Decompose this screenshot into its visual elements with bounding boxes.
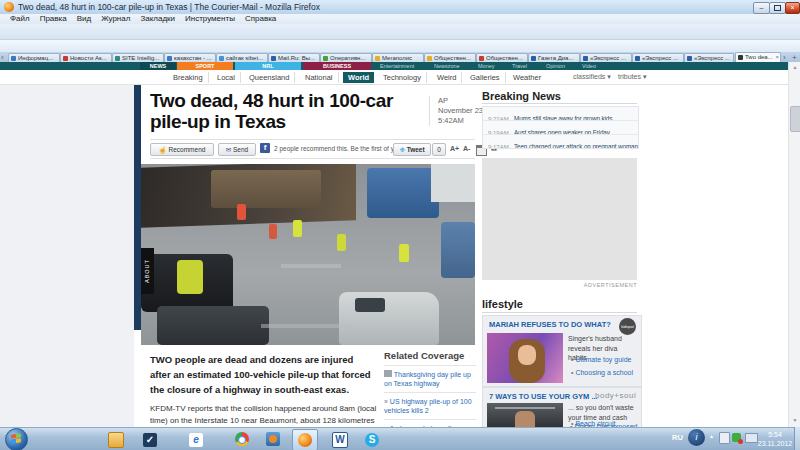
window-titlebar[interactable]: Two dead, 48 hurt in 100-car pile-up in … bbox=[0, 0, 800, 15]
article-headline: Two dead, 48 hurt in 100-car pile-up in … bbox=[150, 90, 418, 132]
window-title: Two dead, 48 hurt in 100-car pile-up in … bbox=[18, 2, 320, 12]
subnav-technology[interactable]: Technology bbox=[378, 72, 427, 83]
taskbar-internet-explorer[interactable]: e bbox=[184, 429, 208, 449]
tab-favicon bbox=[63, 56, 68, 61]
photo-responder bbox=[237, 204, 246, 220]
subnav-weird[interactable]: Weird bbox=[432, 72, 462, 83]
thumbnail-icon bbox=[384, 370, 392, 377]
tab-scroll-left-icon[interactable]: ‹ bbox=[1, 53, 4, 62]
language-indicator[interactable]: RU bbox=[672, 433, 683, 442]
photo-shape bbox=[367, 168, 439, 218]
taskbar-skype[interactable]: S bbox=[360, 429, 384, 449]
site-nav-news[interactable]: NEWS bbox=[140, 62, 176, 70]
taskbar-firefox-active[interactable] bbox=[292, 429, 318, 450]
tweet-count: 0 bbox=[432, 143, 446, 156]
site-nav-opinion[interactable]: Opinion bbox=[546, 62, 565, 70]
site-nav-nrl[interactable]: NRL bbox=[235, 62, 301, 70]
taskbar-clock[interactable]: 5:54 23.11.2012 bbox=[752, 430, 798, 448]
menu-edit[interactable]: Правка bbox=[40, 14, 67, 24]
lifestyle-card-mariah[interactable]: MARIAH REFUSES TO DO WHAT? kidspot Singe… bbox=[482, 315, 642, 387]
tab-favicon bbox=[271, 56, 276, 61]
tab-favicon bbox=[323, 56, 328, 61]
site-nav-business[interactable]: BUSINESS bbox=[303, 62, 371, 70]
tab-favicon bbox=[219, 56, 224, 61]
about-overlay-tab[interactable]: ABOUT bbox=[141, 248, 154, 294]
page-left-accent bbox=[134, 62, 141, 330]
subnav-queensland[interactable]: Queensland bbox=[244, 72, 295, 83]
site-nav-video[interactable]: Video bbox=[582, 62, 596, 70]
lifestyle-card-headline[interactable]: MARIAH REFUSES TO DO WHAT? bbox=[489, 320, 611, 329]
lifestyle-bullet-link[interactable]: • Ultimate toy guide bbox=[571, 356, 631, 363]
photo-shape bbox=[515, 411, 535, 427]
tray-clipboard-icon[interactable] bbox=[719, 432, 730, 444]
breaking-news-item[interactable]: 9:17AMTeen charged over attack on pregna… bbox=[483, 135, 638, 148]
subnav-national[interactable]: National bbox=[300, 72, 339, 83]
tab-favicon bbox=[167, 56, 172, 61]
subnav-local[interactable]: Local bbox=[212, 72, 241, 83]
scroll-up-icon[interactable]: ▲ bbox=[790, 64, 800, 70]
menu-file[interactable]: Файл bbox=[10, 14, 30, 24]
close-button[interactable]: × bbox=[785, 2, 800, 14]
related-link-3[interactable]: » Ambrose shaken after bbox=[384, 419, 476, 427]
tweet-button[interactable]: ❉ Tweet bbox=[393, 143, 431, 156]
tray-expand-icon[interactable]: ▴ bbox=[710, 432, 713, 439]
bodysoul-logo: body+soul bbox=[595, 391, 636, 400]
breaking-news-item[interactable]: 9:22AMMums still slave away for grown ki… bbox=[483, 107, 638, 121]
taskbar-word[interactable]: W bbox=[328, 429, 352, 449]
menu-view[interactable]: Вид bbox=[77, 14, 91, 24]
lifestyle-card-headline[interactable]: 7 WAYS TO USE YOUR GYM ... bbox=[489, 392, 598, 401]
site-nav-newszone[interactable]: Newszone bbox=[434, 62, 460, 70]
article-photo bbox=[141, 164, 475, 345]
subnav-world[interactable]: World bbox=[343, 72, 374, 83]
site-nav-travel[interactable]: Travel bbox=[512, 62, 527, 70]
tab-close-icon[interactable]: × bbox=[775, 54, 779, 60]
show-desktop-button[interactable] bbox=[794, 427, 800, 450]
photo-shape bbox=[211, 170, 321, 208]
related-link-2[interactable]: » US highway pile-up of 100 vehicles kil… bbox=[384, 392, 476, 419]
tributes-link[interactable]: tributes ▾ bbox=[618, 73, 646, 81]
taskbar-antivirus[interactable]: ✓ bbox=[138, 429, 162, 449]
menu-help[interactable]: Справка bbox=[245, 14, 276, 24]
site-nav-sport[interactable]: SPORT bbox=[177, 62, 233, 70]
tab-favicon bbox=[531, 56, 536, 61]
lifestyle-bullet-link[interactable]: • Choosing a school bbox=[571, 369, 633, 376]
related-link-1[interactable]: Thanksgiving day pile up on Texas highwa… bbox=[384, 365, 476, 392]
fb-send-button[interactable]: ✉ Send bbox=[218, 143, 256, 156]
site-nav-entertainment[interactable]: Entertainment bbox=[380, 62, 414, 70]
lifestyle-card-gym[interactable]: 7 WAYS TO USE YOUR GYM ... body+soul ...… bbox=[482, 387, 642, 427]
font-increase-button[interactable]: A+ bbox=[450, 145, 459, 152]
breaking-news-list: 9:22AMMums still slave away for grown ki… bbox=[482, 106, 639, 149]
tray-app-icon[interactable]: i bbox=[688, 429, 705, 446]
scrollbar-thumb[interactable] bbox=[790, 106, 800, 132]
menu-bookmarks[interactable]: Закладки bbox=[140, 14, 175, 24]
photo-shape bbox=[157, 306, 269, 345]
scroll-down-icon[interactable]: ▼ bbox=[790, 417, 800, 423]
start-button[interactable] bbox=[5, 428, 28, 450]
taskbar-explorer[interactable] bbox=[104, 429, 128, 449]
maximize-button[interactable] bbox=[769, 2, 786, 14]
gym-photo bbox=[487, 403, 563, 427]
font-decrease-button[interactable]: A- bbox=[463, 145, 470, 152]
page-scrollbar[interactable]: ▲ ▼ bbox=[788, 62, 800, 427]
related-title: Related Coverage bbox=[384, 350, 476, 361]
tray-status-icon[interactable] bbox=[732, 433, 741, 442]
classifieds-link[interactable]: classifieds ▾ bbox=[573, 73, 611, 81]
breaking-news-item[interactable]: 9:19AMAust shares open weaker on Friday bbox=[483, 121, 638, 135]
new-tab-icon[interactable]: + bbox=[792, 53, 797, 62]
tab-scroll-right-icon[interactable]: › bbox=[783, 53, 786, 62]
tab-favicon bbox=[635, 56, 640, 61]
menu-history[interactable]: Журнал bbox=[101, 14, 130, 24]
taskbar-media-player[interactable] bbox=[261, 429, 285, 449]
menu-tools[interactable]: Инструменты bbox=[185, 14, 235, 24]
clock-date: 23.11.2012 bbox=[752, 439, 798, 448]
tab-favicon bbox=[11, 56, 16, 61]
subnav-weather[interactable]: Weather bbox=[508, 72, 546, 83]
subnav-galleries[interactable]: Galleries bbox=[465, 72, 506, 83]
facebook-icon: f bbox=[260, 143, 270, 153]
firefox-icon bbox=[4, 2, 14, 12]
taskbar-chrome[interactable] bbox=[230, 429, 254, 449]
fb-recommend-button[interactable]: ☝ Recommend bbox=[150, 143, 214, 156]
site-nav-money[interactable]: Money bbox=[478, 62, 495, 70]
subnav-breaking[interactable]: Breaking bbox=[168, 72, 209, 83]
minimize-button[interactable]: – bbox=[753, 2, 770, 14]
